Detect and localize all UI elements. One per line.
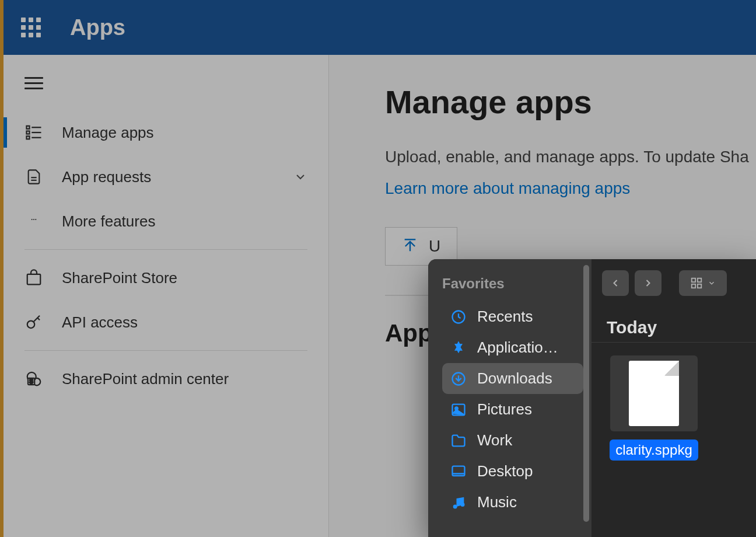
hamburger-icon[interactable]	[4, 65, 328, 110]
finder-item-label: Recents	[477, 308, 533, 326]
learn-more-link[interactable]: Learn more about managing apps	[385, 179, 630, 198]
finder-item-label: Downloads	[477, 369, 552, 388]
finder-sidebar: Favorites Recents Applicatio… Downloads …	[428, 259, 592, 537]
svg-point-25	[461, 503, 465, 507]
svg-point-12	[27, 321, 35, 329]
svg-rect-26	[692, 278, 695, 282]
finder-main: Today clarity.sppkg	[592, 259, 756, 537]
svg-point-8	[32, 219, 33, 220]
finder-toolbar	[592, 259, 756, 307]
sidebar-item-label: SharePoint admin center	[62, 370, 307, 388]
sidebar-item-label: API access	[62, 313, 307, 332]
svg-point-24	[453, 504, 457, 508]
sidebar-item-more-features[interactable]: More features	[4, 199, 328, 243]
page-description: Upload, enable, and manage apps. To upda…	[385, 148, 756, 166]
ellipsis-icon	[24, 212, 43, 231]
file-thumbnail	[610, 355, 698, 431]
sidebar-item-label: SharePoint Store	[62, 269, 307, 287]
finder-item-music[interactable]: Music	[442, 487, 583, 518]
folder-icon	[450, 433, 467, 449]
svg-rect-2	[27, 131, 30, 134]
sidebar-item-app-requests[interactable]: App requests	[4, 155, 328, 199]
divider	[24, 350, 307, 351]
finder-section-header: Today	[592, 307, 756, 343]
file-item-clarity[interactable]: clarity.sppkg	[608, 355, 700, 461]
sidebar-item-manage-apps[interactable]: Manage apps	[4, 110, 328, 155]
finder-item-label: Music	[477, 493, 517, 511]
grid-icon	[690, 277, 703, 290]
document-icon	[24, 168, 43, 186]
view-mode-button[interactable]	[679, 270, 727, 296]
sidebar-item-sharepoint-store[interactable]: SharePoint Store	[4, 256, 328, 300]
finder-item-label: Work	[477, 431, 512, 449]
svg-point-10	[35, 219, 36, 220]
music-icon	[450, 494, 467, 511]
file-picker-dialog: Favorites Recents Applicatio… Downloads …	[428, 259, 756, 537]
svg-rect-28	[692, 284, 695, 288]
sidebar-item-admin-center[interactable]: S SharePoint admin center	[4, 357, 328, 401]
svg-rect-27	[698, 278, 701, 282]
sidebar: Manage apps App requests More features	[4, 55, 329, 537]
upload-icon	[402, 238, 418, 254]
waffle-icon[interactable]	[21, 18, 41, 37]
list-icon	[24, 123, 43, 142]
sharepoint-icon: S	[24, 369, 43, 388]
file-icon	[629, 361, 679, 426]
app-title: Apps	[70, 15, 125, 40]
pictures-icon	[450, 402, 467, 418]
finder-item-downloads[interactable]: Downloads	[442, 363, 583, 394]
sidebar-item-label: More features	[62, 212, 307, 231]
finder-item-desktop[interactable]: Desktop	[442, 456, 583, 487]
finder-item-pictures[interactable]: Pictures	[442, 394, 583, 425]
chevron-down-icon	[293, 170, 307, 184]
svg-rect-4	[27, 136, 30, 139]
sidebar-item-label: Manage apps	[62, 124, 307, 142]
finder-item-applications[interactable]: Applicatio…	[442, 332, 583, 363]
upload-label: U	[429, 237, 440, 256]
applications-icon	[450, 340, 467, 356]
finder-item-recents[interactable]: Recents	[442, 301, 583, 332]
download-icon	[450, 371, 467, 387]
svg-rect-0	[27, 126, 30, 129]
scrollbar[interactable]	[583, 265, 589, 522]
finder-item-label: Desktop	[477, 462, 533, 480]
sidebar-item-api-access[interactable]: API access	[4, 300, 328, 344]
divider	[24, 249, 307, 250]
chevron-left-icon	[610, 277, 621, 289]
svg-point-9	[33, 219, 34, 220]
back-button[interactable]	[602, 270, 629, 296]
app-header: Apps	[0, 0, 756, 55]
page-title: Manage apps	[385, 83, 756, 121]
key-icon	[24, 313, 43, 332]
forward-button[interactable]	[635, 270, 662, 296]
file-name-label: clarity.sppkg	[610, 440, 698, 461]
bag-icon	[24, 268, 43, 287]
clock-icon	[450, 309, 467, 325]
finder-item-work[interactable]: Work	[442, 425, 583, 456]
chevron-down-icon	[708, 279, 716, 287]
finder-item-label: Pictures	[477, 400, 532, 419]
finder-file-grid: clarity.sppkg	[592, 343, 756, 473]
favorites-header: Favorites	[442, 276, 583, 292]
sidebar-item-label: App requests	[62, 168, 293, 186]
finder-item-label: Applicatio…	[477, 339, 558, 357]
svg-rect-11	[27, 274, 41, 285]
svg-text:S: S	[29, 378, 33, 385]
desktop-icon	[450, 463, 467, 480]
svg-rect-29	[698, 284, 701, 288]
chevron-right-icon	[642, 277, 654, 289]
